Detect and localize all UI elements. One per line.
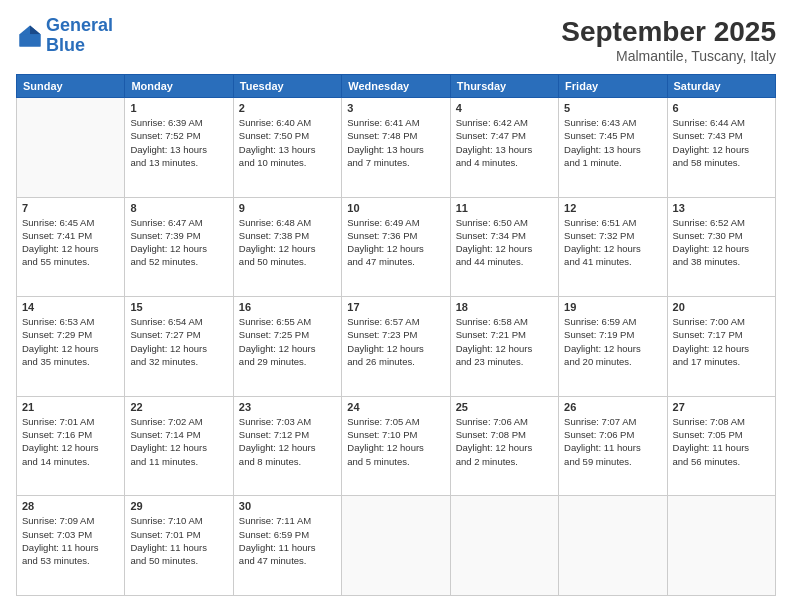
day-info: Sunrise: 6:44 AM Sunset: 7:43 PM Dayligh… xyxy=(673,116,770,169)
week-row-2: 7Sunrise: 6:45 AM Sunset: 7:41 PM Daylig… xyxy=(17,197,776,297)
day-info: Sunrise: 6:51 AM Sunset: 7:32 PM Dayligh… xyxy=(564,216,661,269)
calendar-cell: 23Sunrise: 7:03 AM Sunset: 7:12 PM Dayli… xyxy=(233,396,341,496)
calendar-cell xyxy=(342,496,450,596)
day-number: 16 xyxy=(239,301,336,313)
day-number: 10 xyxy=(347,202,444,214)
day-number: 2 xyxy=(239,102,336,114)
calendar-cell: 7Sunrise: 6:45 AM Sunset: 7:41 PM Daylig… xyxy=(17,197,125,297)
calendar-cell: 21Sunrise: 7:01 AM Sunset: 7:16 PM Dayli… xyxy=(17,396,125,496)
calendar-cell: 22Sunrise: 7:02 AM Sunset: 7:14 PM Dayli… xyxy=(125,396,233,496)
day-info: Sunrise: 7:05 AM Sunset: 7:10 PM Dayligh… xyxy=(347,415,444,468)
day-info: Sunrise: 7:07 AM Sunset: 7:06 PM Dayligh… xyxy=(564,415,661,468)
day-number: 23 xyxy=(239,401,336,413)
day-info: Sunrise: 6:57 AM Sunset: 7:23 PM Dayligh… xyxy=(347,315,444,368)
day-info: Sunrise: 6:40 AM Sunset: 7:50 PM Dayligh… xyxy=(239,116,336,169)
day-info: Sunrise: 6:43 AM Sunset: 7:45 PM Dayligh… xyxy=(564,116,661,169)
calendar-cell: 28Sunrise: 7:09 AM Sunset: 7:03 PM Dayli… xyxy=(17,496,125,596)
day-number: 24 xyxy=(347,401,444,413)
day-info: Sunrise: 6:39 AM Sunset: 7:52 PM Dayligh… xyxy=(130,116,227,169)
month-title: September 2025 xyxy=(561,16,776,48)
week-row-1: 1Sunrise: 6:39 AM Sunset: 7:52 PM Daylig… xyxy=(17,98,776,198)
calendar-cell: 25Sunrise: 7:06 AM Sunset: 7:08 PM Dayli… xyxy=(450,396,558,496)
calendar-cell: 11Sunrise: 6:50 AM Sunset: 7:34 PM Dayli… xyxy=(450,197,558,297)
calendar-header-saturday: Saturday xyxy=(667,75,775,98)
day-info: Sunrise: 6:45 AM Sunset: 7:41 PM Dayligh… xyxy=(22,216,119,269)
day-number: 5 xyxy=(564,102,661,114)
svg-rect-2 xyxy=(20,34,41,46)
day-info: Sunrise: 6:55 AM Sunset: 7:25 PM Dayligh… xyxy=(239,315,336,368)
day-info: Sunrise: 6:48 AM Sunset: 7:38 PM Dayligh… xyxy=(239,216,336,269)
logo: General Blue xyxy=(16,16,113,56)
calendar-header-wednesday: Wednesday xyxy=(342,75,450,98)
calendar-cell: 15Sunrise: 6:54 AM Sunset: 7:27 PM Dayli… xyxy=(125,297,233,397)
day-info: Sunrise: 6:59 AM Sunset: 7:19 PM Dayligh… xyxy=(564,315,661,368)
page: General Blue September 2025 Malmantile, … xyxy=(0,0,792,612)
calendar-cell: 5Sunrise: 6:43 AM Sunset: 7:45 PM Daylig… xyxy=(559,98,667,198)
calendar-cell: 4Sunrise: 6:42 AM Sunset: 7:47 PM Daylig… xyxy=(450,98,558,198)
day-info: Sunrise: 6:53 AM Sunset: 7:29 PM Dayligh… xyxy=(22,315,119,368)
day-info: Sunrise: 6:58 AM Sunset: 7:21 PM Dayligh… xyxy=(456,315,553,368)
calendar-cell: 12Sunrise: 6:51 AM Sunset: 7:32 PM Dayli… xyxy=(559,197,667,297)
calendar-cell: 10Sunrise: 6:49 AM Sunset: 7:36 PM Dayli… xyxy=(342,197,450,297)
calendar-cell: 30Sunrise: 7:11 AM Sunset: 6:59 PM Dayli… xyxy=(233,496,341,596)
calendar-header-thursday: Thursday xyxy=(450,75,558,98)
svg-marker-1 xyxy=(30,25,41,34)
header: General Blue September 2025 Malmantile, … xyxy=(16,16,776,64)
day-number: 17 xyxy=(347,301,444,313)
day-number: 15 xyxy=(130,301,227,313)
logo-text: General Blue xyxy=(46,16,113,56)
calendar-cell xyxy=(559,496,667,596)
week-row-5: 28Sunrise: 7:09 AM Sunset: 7:03 PM Dayli… xyxy=(17,496,776,596)
calendar-header-sunday: Sunday xyxy=(17,75,125,98)
day-number: 3 xyxy=(347,102,444,114)
day-number: 11 xyxy=(456,202,553,214)
title-block: September 2025 Malmantile, Tuscany, Ital… xyxy=(561,16,776,64)
calendar-cell: 1Sunrise: 6:39 AM Sunset: 7:52 PM Daylig… xyxy=(125,98,233,198)
day-info: Sunrise: 7:06 AM Sunset: 7:08 PM Dayligh… xyxy=(456,415,553,468)
calendar-cell: 18Sunrise: 6:58 AM Sunset: 7:21 PM Dayli… xyxy=(450,297,558,397)
day-info: Sunrise: 7:10 AM Sunset: 7:01 PM Dayligh… xyxy=(130,514,227,567)
day-number: 1 xyxy=(130,102,227,114)
day-info: Sunrise: 7:01 AM Sunset: 7:16 PM Dayligh… xyxy=(22,415,119,468)
day-number: 18 xyxy=(456,301,553,313)
week-row-3: 14Sunrise: 6:53 AM Sunset: 7:29 PM Dayli… xyxy=(17,297,776,397)
day-info: Sunrise: 7:08 AM Sunset: 7:05 PM Dayligh… xyxy=(673,415,770,468)
day-number: 8 xyxy=(130,202,227,214)
calendar-table: SundayMondayTuesdayWednesdayThursdayFrid… xyxy=(16,74,776,596)
day-info: Sunrise: 6:47 AM Sunset: 7:39 PM Dayligh… xyxy=(130,216,227,269)
calendar-cell: 2Sunrise: 6:40 AM Sunset: 7:50 PM Daylig… xyxy=(233,98,341,198)
day-number: 22 xyxy=(130,401,227,413)
calendar-cell: 6Sunrise: 6:44 AM Sunset: 7:43 PM Daylig… xyxy=(667,98,775,198)
day-number: 30 xyxy=(239,500,336,512)
day-number: 29 xyxy=(130,500,227,512)
day-number: 12 xyxy=(564,202,661,214)
day-number: 19 xyxy=(564,301,661,313)
day-info: Sunrise: 6:41 AM Sunset: 7:48 PM Dayligh… xyxy=(347,116,444,169)
day-info: Sunrise: 7:02 AM Sunset: 7:14 PM Dayligh… xyxy=(130,415,227,468)
calendar-cell xyxy=(17,98,125,198)
day-info: Sunrise: 7:00 AM Sunset: 7:17 PM Dayligh… xyxy=(673,315,770,368)
calendar-cell: 16Sunrise: 6:55 AM Sunset: 7:25 PM Dayli… xyxy=(233,297,341,397)
calendar-cell: 27Sunrise: 7:08 AM Sunset: 7:05 PM Dayli… xyxy=(667,396,775,496)
calendar-cell: 14Sunrise: 6:53 AM Sunset: 7:29 PM Dayli… xyxy=(17,297,125,397)
calendar-cell: 8Sunrise: 6:47 AM Sunset: 7:39 PM Daylig… xyxy=(125,197,233,297)
calendar-cell xyxy=(667,496,775,596)
day-number: 27 xyxy=(673,401,770,413)
logo-icon xyxy=(16,22,44,50)
week-row-4: 21Sunrise: 7:01 AM Sunset: 7:16 PM Dayli… xyxy=(17,396,776,496)
day-number: 25 xyxy=(456,401,553,413)
location-title: Malmantile, Tuscany, Italy xyxy=(561,48,776,64)
calendar-cell: 13Sunrise: 6:52 AM Sunset: 7:30 PM Dayli… xyxy=(667,197,775,297)
day-info: Sunrise: 6:42 AM Sunset: 7:47 PM Dayligh… xyxy=(456,116,553,169)
calendar-cell: 20Sunrise: 7:00 AM Sunset: 7:17 PM Dayli… xyxy=(667,297,775,397)
calendar-header-tuesday: Tuesday xyxy=(233,75,341,98)
calendar-cell: 3Sunrise: 6:41 AM Sunset: 7:48 PM Daylig… xyxy=(342,98,450,198)
day-info: Sunrise: 6:52 AM Sunset: 7:30 PM Dayligh… xyxy=(673,216,770,269)
calendar-header-friday: Friday xyxy=(559,75,667,98)
calendar-cell: 24Sunrise: 7:05 AM Sunset: 7:10 PM Dayli… xyxy=(342,396,450,496)
day-info: Sunrise: 6:50 AM Sunset: 7:34 PM Dayligh… xyxy=(456,216,553,269)
day-number: 6 xyxy=(673,102,770,114)
day-number: 14 xyxy=(22,301,119,313)
day-info: Sunrise: 7:09 AM Sunset: 7:03 PM Dayligh… xyxy=(22,514,119,567)
day-number: 21 xyxy=(22,401,119,413)
